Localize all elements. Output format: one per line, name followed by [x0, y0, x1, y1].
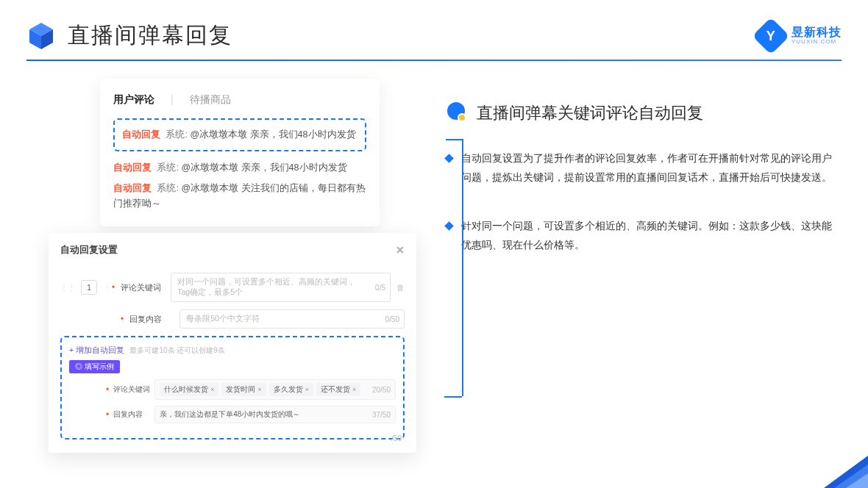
diamond-icon [444, 221, 454, 231]
close-icon[interactable]: ✕ [396, 244, 405, 256]
add-auto-reply-link[interactable]: + 增加自动回复 [69, 345, 124, 354]
brand-logo: Y 昱新科技 YUUXIN.COM [758, 23, 842, 49]
brand-name: 昱新科技 [791, 26, 842, 39]
trash-icon[interactable]: 🗑 [396, 283, 405, 292]
drag-handle-icon[interactable]: ⋮⋮ [60, 284, 75, 292]
required-dot: • [112, 282, 115, 293]
tab-pending-goods[interactable]: 待播商品 [190, 93, 231, 107]
example-keyword-input[interactable]: 什么时候发货×发货时间×多久发货×还不发货× 20/50 [154, 379, 396, 400]
tab-user-comments[interactable]: 用户评论 [113, 93, 154, 107]
example-reply-label: 回复内容 [113, 409, 150, 420]
tab-divider: | [171, 93, 174, 107]
example-tag[interactable]: 发货时间× [221, 383, 266, 396]
example-group: + 增加自动回复 最多可建10条 还可以创建9条 ◎ 填写示例 • 评论关键词 … [60, 336, 405, 439]
bullet-text: 针对同一个问题，可设置多个相近的、高频的关键词。例如：这款多少钱、这块能优惠吗、… [461, 217, 842, 255]
example-keyword-label: 评论关键词 [113, 384, 150, 395]
header-divider [26, 60, 842, 61]
connector-line [444, 396, 462, 398]
auto-reply-settings-modal: 自动回复设置 ✕ ⋮⋮ 1 • 评论关键词 对同一个问题，可设置多个相近、高频的… [49, 233, 416, 453]
tag-remove-icon[interactable]: × [352, 386, 356, 393]
bullet-item-1: 自动回复设置为了提升作者的评论回复效率，作者可在开播前针对常见的评论用户问题，提… [446, 149, 842, 187]
stray-counter: /50 [391, 434, 402, 442]
example-chip: ◎ 填写示例 [69, 360, 120, 373]
example-tag[interactable]: 还不发货× [316, 383, 360, 396]
tag-remove-icon[interactable]: × [305, 386, 309, 393]
section-title: 直播间弹幕关键词评论自动回复 [446, 102, 842, 124]
index-box: 1 [81, 280, 97, 295]
example-keyword-row: • 评论关键词 什么时候发货×发货时间×多久发货×还不发货× 20/50 [69, 379, 396, 400]
right-column: 直播间弹幕关键词评论自动回复 自动回复设置为了提升作者的评论回复效率，作者可在开… [446, 73, 842, 284]
example-reply-row: • 回复内容 亲，我们这边都是下单48小时内发货的哦～ 37/50 [69, 406, 396, 423]
example-tag[interactable]: 多久发货× [269, 383, 313, 396]
required-dot: • [121, 314, 124, 324]
comment-line-3: 自动回复 系统: @冰墩墩本墩 关注我们的店铺，每日都有热门推荐呦～ [113, 181, 366, 212]
comments-tabs: 用户评论 | 待播商品 [113, 93, 366, 107]
reply-counter: 0/50 [385, 315, 399, 323]
comments-card: 用户评论 | 待播商品 自动回复 系统: @冰墩墩本墩 亲亲，我们48小时内发货… [100, 79, 380, 226]
orb-icon [446, 102, 468, 124]
reply-row: • 回复内容 每条限50个中文字符 0/50 [60, 309, 405, 329]
reply-label: 回复内容 [129, 314, 174, 325]
header-left: 直播间弹幕回复 [26, 21, 232, 51]
required-dot: • [106, 409, 109, 420]
comment-line-1: 自动回复 系统: @冰墩墩本墩 亲亲，我们48小时内发货 [122, 127, 357, 143]
example-reply-input[interactable]: 亲，我们这边都是下单48小时内发货的哦～ 37/50 [154, 406, 396, 423]
page-header: 直播间弹幕回复 Y 昱新科技 YUUXIN.COM [0, 0, 868, 60]
bullet-item-2: 针对同一个问题，可设置多个相近的、高频的关键词。例如：这款多少钱、这块能优惠吗、… [446, 217, 842, 255]
keyword-counter: 0/5 [375, 284, 385, 292]
comment-line-2: 自动回复 系统: @冰墩墩本墩 亲亲，我们48小时内发货 [113, 160, 366, 176]
example-keyword-counter: 20/50 [372, 386, 391, 394]
keyword-row: ⋮⋮ 1 • 评论关键词 对同一个问题，可设置多个相近、高频的关键词，Tag确定… [60, 273, 405, 302]
bullet-text: 自动回复设置为了提升作者的评论回复效率，作者可在开播前针对常见的评论用户问题，提… [461, 149, 842, 187]
required-dot: • [106, 384, 109, 395]
tag-remove-icon[interactable]: × [257, 386, 261, 393]
highlighted-comment: 自动回复 系统: @冰墩墩本墩 亲亲，我们48小时内发货 [113, 118, 366, 151]
reply-input[interactable]: 每条限50个中文字符 0/50 [179, 309, 405, 329]
brand-mark-icon: Y [753, 17, 790, 54]
section-heading: 直播间弹幕关键词评论自动回复 [477, 102, 703, 124]
cube-icon [26, 21, 56, 51]
example-reply-counter: 37/50 [372, 411, 391, 419]
diamond-icon [444, 154, 454, 163]
page-title: 直播间弹幕回复 [68, 21, 232, 51]
brand-sub: YUUXIN.COM [791, 39, 842, 46]
tag-remove-icon[interactable]: × [210, 386, 214, 393]
keyword-label: 评论关键词 [121, 282, 165, 293]
keyword-input[interactable]: 对同一个问题，可设置多个相近、高频的关键词，Tag确定，最多5个 0/5 [171, 273, 391, 302]
add-hint: 最多可建10条 还可以创建9条 [129, 346, 224, 354]
left-column: 用户评论 | 待播商品 自动回复 系统: @冰墩墩本墩 亲亲，我们48小时内发货… [26, 73, 416, 426]
example-tag[interactable]: 什么时候发货× [160, 383, 218, 396]
settings-title: 自动回复设置 [60, 243, 118, 256]
corner-decoration [846, 473, 868, 488]
